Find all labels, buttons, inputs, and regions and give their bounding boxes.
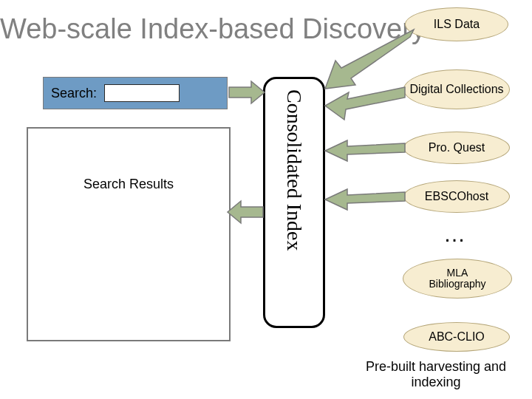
source-abc-clio: ABC-CLIO [403,322,510,352]
index-label: Consolidated Index [282,89,306,251]
arrow-search-to-index [229,81,265,103]
consolidated-index-box: Consolidated Index [263,77,325,328]
source-digital-collections: Digital Collections [403,69,510,109]
arrow-proquest-to-index [325,140,405,161]
results-panel: Search Results [27,127,231,341]
page-title: Web-scale Index-based Discovery [0,13,426,45]
source-ils-data: ILS Data [405,7,508,41]
source-proquest: Pro. Quest [403,132,510,164]
source-mla-bibliography: MLABibliography [403,259,512,299]
svg-marker-4 [325,140,405,161]
diagram-caption: Pre-built harvesting and indexing [340,359,532,390]
svg-marker-5 [325,189,405,210]
search-bar: Search: [43,77,228,109]
source-ebscohost: EBSCOhost [403,180,510,213]
arrow-index-to-results [228,201,263,223]
search-input[interactable] [104,84,180,102]
arrow-ebsco-to-index [325,189,405,210]
arrow-digital-to-index [325,87,405,120]
ellipsis-icon: … [443,222,470,247]
search-label: Search: [51,86,97,101]
svg-marker-0 [229,81,265,103]
results-header: Search Results [83,177,174,192]
svg-marker-3 [325,87,405,120]
svg-marker-1 [228,201,263,223]
